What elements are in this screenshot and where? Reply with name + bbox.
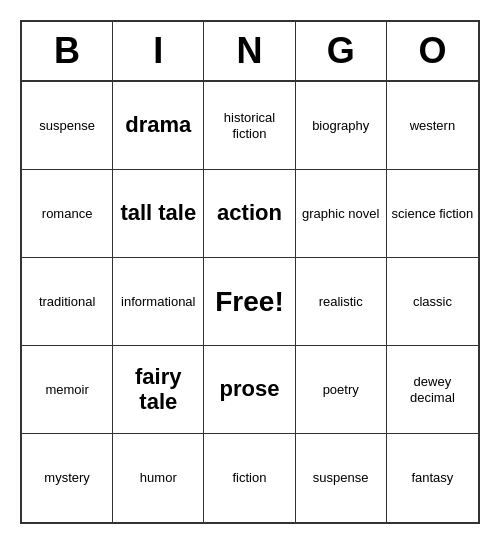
- bingo-letter-i: I: [113, 22, 204, 80]
- bingo-cell-5: romance: [22, 170, 113, 258]
- bingo-cell-20: mystery: [22, 434, 113, 522]
- bingo-cell-0: suspense: [22, 82, 113, 170]
- bingo-cell-17: prose: [204, 346, 295, 434]
- bingo-letter-g: G: [296, 22, 387, 80]
- bingo-cell-3: biography: [296, 82, 387, 170]
- bingo-cell-4: western: [387, 82, 478, 170]
- bingo-letter-b: B: [22, 22, 113, 80]
- bingo-header: BINGO: [22, 22, 478, 82]
- bingo-letter-o: O: [387, 22, 478, 80]
- bingo-cell-18: poetry: [296, 346, 387, 434]
- bingo-cell-22: fiction: [204, 434, 295, 522]
- bingo-cell-7: action: [204, 170, 295, 258]
- bingo-grid: suspensedramahistorical fictionbiography…: [22, 82, 478, 522]
- bingo-cell-12: Free!: [204, 258, 295, 346]
- bingo-cell-6: tall tale: [113, 170, 204, 258]
- bingo-card: BINGO suspensedramahistorical fictionbio…: [20, 20, 480, 524]
- bingo-cell-8: graphic novel: [296, 170, 387, 258]
- bingo-cell-19: dewey decimal: [387, 346, 478, 434]
- bingo-cell-10: traditional: [22, 258, 113, 346]
- bingo-cell-1: drama: [113, 82, 204, 170]
- bingo-cell-16: fairy tale: [113, 346, 204, 434]
- bingo-cell-24: fantasy: [387, 434, 478, 522]
- bingo-cell-2: historical fiction: [204, 82, 295, 170]
- bingo-cell-13: realistic: [296, 258, 387, 346]
- bingo-letter-n: N: [204, 22, 295, 80]
- bingo-cell-21: humor: [113, 434, 204, 522]
- bingo-cell-14: classic: [387, 258, 478, 346]
- bingo-cell-15: memoir: [22, 346, 113, 434]
- bingo-cell-9: science fiction: [387, 170, 478, 258]
- bingo-cell-11: informational: [113, 258, 204, 346]
- bingo-cell-23: suspense: [296, 434, 387, 522]
